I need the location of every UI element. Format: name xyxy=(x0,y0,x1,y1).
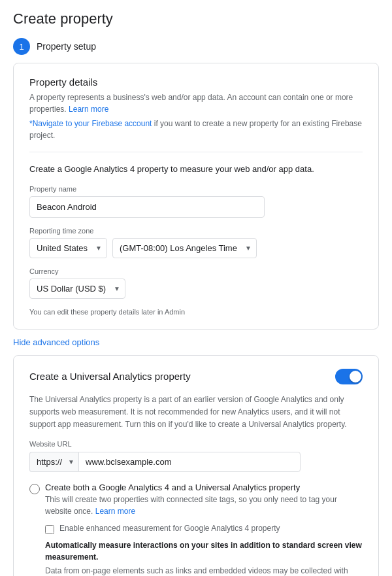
radio-both-label: Create both a Google Analytics 4 and a U… xyxy=(45,483,363,492)
property-type-radio-group: Create both a Google Analytics 4 and a U… xyxy=(29,483,363,576)
advanced-options-toggle[interactable]: Hide advanced options xyxy=(13,337,99,347)
property-name-input[interactable] xyxy=(29,196,265,218)
country-select-wrap: United States ▼ xyxy=(29,238,107,258)
radio-both-label-group: Create both a Google Analytics 4 and a U… xyxy=(45,483,363,517)
radio-both-input[interactable] xyxy=(29,484,40,494)
url-protocol-wrap: https:// http:// ▼ xyxy=(29,452,78,472)
property-name-group: Property name xyxy=(29,185,363,218)
universal-analytics-card: Create a Universal Analytics property Th… xyxy=(13,355,379,577)
ua-title: Create a Universal Analytics property xyxy=(29,371,191,382)
learn-more-link[interactable]: Learn more xyxy=(69,105,108,114)
radio-both-learn-more-link[interactable]: Learn more xyxy=(95,507,135,516)
page-title: Create property xyxy=(13,10,379,27)
ua-description: The Universal Analytics property is a pa… xyxy=(29,394,363,432)
radio-both-sub: This will create two properties with con… xyxy=(45,494,363,517)
toggle-thumb xyxy=(350,371,361,382)
step-header: 1 Property setup xyxy=(13,38,379,55)
enhanced-measurement-checkbox[interactable] xyxy=(45,525,54,534)
step-label: Property setup xyxy=(37,41,96,52)
timezone-select-wrap: (GMT-08:00) Los Angeles Time ▼ xyxy=(112,238,257,258)
timezone-group: Reporting time zone United States ▼ (GMT… xyxy=(29,227,363,258)
enhanced-description: Data from on-page elements such as links… xyxy=(45,565,363,576)
currency-select-wrap: US Dollar (USD $) ▼ xyxy=(29,279,125,299)
website-url-group: Website URL https:// http:// ▼ xyxy=(29,440,363,472)
property-name-label: Property name xyxy=(29,185,363,193)
property-details-description: A property represents a business's web a… xyxy=(29,92,363,115)
property-details-card: Property details A property represents a… xyxy=(13,63,379,330)
reporting-timezone-label: Reporting time zone xyxy=(29,227,363,235)
url-protocol-select[interactable]: https:// http:// xyxy=(29,452,78,472)
url-input[interactable] xyxy=(78,452,301,472)
enhanced-measurement-checkbox-group: Enable enhanced measurement for Google A… xyxy=(45,524,363,534)
currency-label: Currency xyxy=(29,267,363,275)
step-badge: 1 xyxy=(13,38,30,55)
ga4-create-text: Create a Google Analytics 4 property to … xyxy=(29,163,363,176)
firebase-account-link[interactable]: *Navigate to your Firebase account xyxy=(29,119,152,128)
enhanced-bold-text: Automatically measure interactions on yo… xyxy=(45,539,363,563)
ua-toggle[interactable] xyxy=(335,369,363,384)
currency-group: Currency US Dollar (USD $) ▼ xyxy=(29,267,363,299)
url-group: https:// http:// ▼ xyxy=(29,452,363,472)
country-select[interactable]: United States xyxy=(29,238,107,258)
enhanced-measurement-box: Automatically measure interactions on yo… xyxy=(45,539,363,576)
edit-note: You can edit these property details late… xyxy=(29,308,363,316)
property-details-title: Property details xyxy=(29,76,363,88)
radio-both-item: Create both a Google Analytics 4 and a U… xyxy=(29,483,363,517)
enhanced-measurement-checkbox-label: Enable enhanced measurement for Google A… xyxy=(59,524,280,533)
divider xyxy=(29,152,363,152)
website-url-label: Website URL xyxy=(29,440,363,448)
timezone-selects: United States ▼ (GMT-08:00) Los Angeles … xyxy=(29,238,363,258)
currency-select[interactable]: US Dollar (USD $) xyxy=(29,279,125,299)
firebase-note: *Navigate to your Firebase account if yo… xyxy=(29,118,363,141)
timezone-select[interactable]: (GMT-08:00) Los Angeles Time xyxy=(112,238,257,258)
ua-header: Create a Universal Analytics property xyxy=(29,369,363,384)
toggle-track xyxy=(335,369,363,384)
